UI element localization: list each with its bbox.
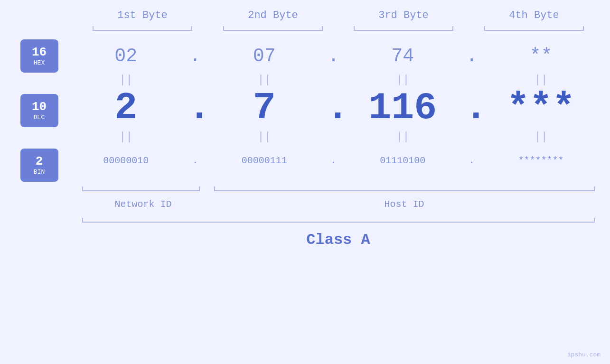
hex-dot1: . <box>188 46 202 67</box>
bin-byte2: 00000111 <box>210 155 319 166</box>
bin-byte1: 00000010 <box>71 155 180 166</box>
bottom-brackets <box>77 186 600 195</box>
byte2-label: 2nd Byte <box>218 9 328 21</box>
long-bracket <box>77 217 600 226</box>
content-area: 16 HEX 10 DEC 2 BIN <box>11 39 600 182</box>
host-id-label: Host ID <box>209 199 600 210</box>
hex-dot2: . <box>326 46 340 67</box>
network-id-label: Network ID <box>77 199 209 210</box>
hex-byte2: 07 <box>210 46 319 67</box>
hex-row: 02 . 07 . 74 . ** <box>68 39 600 73</box>
bin-badge: 2 BIN <box>20 149 58 182</box>
top-bracket-4 <box>479 25 589 35</box>
byte3-label: 3rd Byte <box>349 9 458 21</box>
bin-dot3: . <box>465 155 479 166</box>
bin-dot2: . <box>326 155 340 166</box>
hex-dot3: . <box>465 46 479 67</box>
bin-byte4: ******** <box>487 155 596 166</box>
equals-row-2: || || || || <box>68 130 600 144</box>
network-bracket <box>77 186 205 195</box>
byte1-label: 1st Byte <box>88 9 197 21</box>
hex-byte1: 02 <box>71 46 180 67</box>
bin-row: 00000010 . 00000111 . 01110100 . *******… <box>68 144 600 177</box>
sep1-2: || <box>210 74 319 86</box>
dec-byte2: 7 <box>210 89 319 127</box>
sep1-1: || <box>71 74 180 86</box>
sep2-2: || <box>210 131 319 143</box>
class-label: Class A <box>0 231 610 249</box>
equals-row-1: || || || || <box>68 73 600 87</box>
dec-dot2: . <box>326 89 340 127</box>
byte-headers: 1st Byte 2nd Byte 3rd Byte 4th Byte <box>77 9 600 21</box>
bin-byte3: 01110100 <box>348 155 457 166</box>
sep1-3: || <box>348 74 457 86</box>
byte4-label: 4th Byte <box>479 9 589 21</box>
main-container: 1st Byte 2nd Byte 3rd Byte 4th Byte 16 H… <box>0 0 610 364</box>
top-bracket-2 <box>218 25 328 35</box>
sep2-4: || <box>487 131 596 143</box>
dec-byte3: 116 <box>348 89 457 127</box>
ip-grid: 02 . 07 . 74 . ** || || || || 2 . <box>68 39 600 177</box>
hex-badge: 16 HEX <box>20 39 58 73</box>
dec-dot3: . <box>465 89 479 127</box>
dec-badge: 10 DEC <box>20 94 58 127</box>
id-labels: Network ID Host ID <box>77 199 600 210</box>
dec-byte1: 2 <box>71 89 180 127</box>
dec-dot1: . <box>188 89 202 127</box>
bin-dot1: . <box>188 155 202 166</box>
dec-row: 2 . 7 . 116 . *** <box>68 87 600 130</box>
sep2-3: || <box>348 131 457 143</box>
top-brackets <box>77 25 600 35</box>
sep2-1: || <box>71 131 180 143</box>
badges-column: 16 HEX 10 DEC 2 BIN <box>11 39 68 182</box>
host-bracket <box>209 186 600 195</box>
dec-byte4: *** <box>487 89 596 127</box>
top-bracket-1 <box>88 25 197 35</box>
watermark: ipshu.com <box>567 351 601 358</box>
hex-byte3: 74 <box>348 46 457 67</box>
top-bracket-3 <box>349 25 458 35</box>
hex-byte4: ** <box>487 46 596 67</box>
sep1-4: || <box>487 74 596 86</box>
